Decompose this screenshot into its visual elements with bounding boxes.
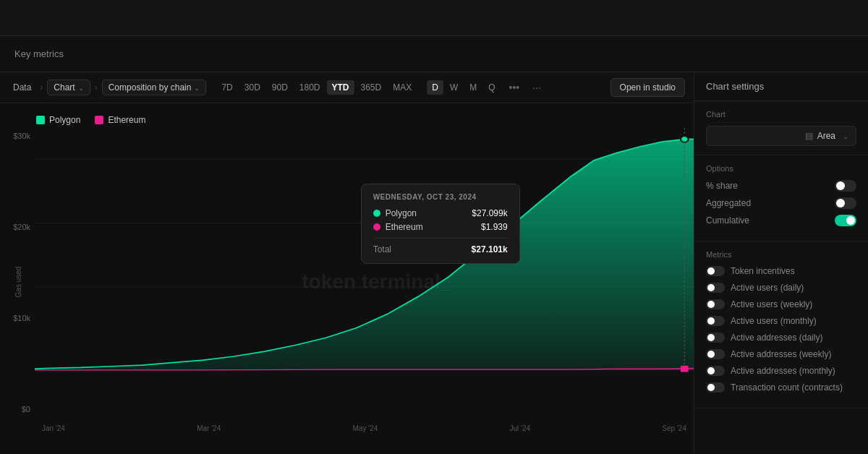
- time-range-group: 7D 30D 90D 180D YTD 365D MAX: [216, 80, 417, 95]
- chart-area: Gas used $30k $20k $10k $0: [0, 128, 694, 435]
- gran-m[interactable]: M: [464, 80, 482, 95]
- aggregated-row: Aggregated: [706, 197, 856, 209]
- active-users-monthly-label: Active users (monthly): [731, 316, 817, 326]
- more-options-button[interactable]: •••: [505, 80, 524, 95]
- active-users-weekly-knob: [707, 301, 715, 308]
- metric-active-users-monthly: Active users (monthly): [706, 316, 856, 326]
- metric-token-incentives: Token incentives: [706, 266, 856, 276]
- chart-type-dropdown[interactable]: ▤ Area ⌄: [706, 126, 856, 146]
- options-section: Options % share Aggregated Cumulative: [694, 155, 868, 241]
- chevron-icon: ⌄: [78, 84, 84, 92]
- tooltip-ethereum-label: Ethereum: [386, 222, 423, 232]
- percent-share-label: % share: [706, 181, 738, 191]
- tooltip-ethereum-chain: Ethereum: [373, 222, 423, 232]
- chart-type-icon: ▤: [805, 131, 813, 141]
- gran-d[interactable]: D: [427, 80, 443, 95]
- tooltip-divider: [373, 238, 508, 239]
- chart-tooltip: WEDNESDAY, OCT 23, 2024 Polygon $27.099k…: [361, 184, 520, 264]
- chart-legend: Polygon Ethereum: [0, 111, 694, 128]
- aggregated-knob: [836, 199, 845, 207]
- separator-2: ›: [95, 82, 98, 93]
- active-users-daily-toggle[interactable]: [706, 283, 725, 293]
- cumulative-knob: [846, 216, 855, 225]
- time-7d[interactable]: 7D: [216, 80, 237, 95]
- active-users-monthly-toggle[interactable]: [706, 316, 725, 326]
- chart-panel: Data › Chart ⌄ › Composition by chain ⌄ …: [0, 72, 694, 454]
- tooltip-ethereum-value: $1.939: [481, 222, 508, 232]
- time-90d[interactable]: 90D: [267, 80, 293, 95]
- tooltip-total-row: Total $27.101k: [373, 244, 508, 254]
- tooltip-total-value: $27.101k: [472, 244, 508, 254]
- polygon-dot: [36, 116, 45, 124]
- active-addresses-monthly-toggle[interactable]: [706, 366, 725, 376]
- composition-selector[interactable]: Composition by chain ⌄: [102, 80, 207, 95]
- tooltip-row-polygon: Polygon $27.099k: [373, 208, 508, 218]
- cumulative-label: Cumulative: [706, 215, 749, 226]
- tooltip-row-ethereum: Ethereum $1.939: [373, 222, 508, 232]
- chart-svg: [35, 128, 694, 414]
- time-max[interactable]: MAX: [388, 80, 417, 95]
- open-in-studio-button[interactable]: Open in studio: [610, 78, 685, 97]
- percent-share-knob: [836, 181, 845, 190]
- y-label-0: $0: [0, 405, 35, 414]
- x-label-jan: Jan '24: [42, 424, 65, 432]
- tooltip-date: WEDNESDAY, OCT 23, 2024: [373, 193, 508, 201]
- metric-active-addresses-monthly: Active addresses (monthly): [706, 366, 856, 376]
- time-180d[interactable]: 180D: [294, 80, 326, 95]
- active-users-daily-label: Active users (daily): [731, 283, 804, 293]
- metric-active-addresses-weekly: Active addresses (weekly): [706, 349, 856, 359]
- transaction-count-toggle[interactable]: [706, 382, 725, 393]
- active-users-monthly-knob: [707, 317, 715, 325]
- metric-active-users-daily: Active users (daily): [706, 283, 856, 293]
- tooltip-total-label: Total: [373, 244, 391, 254]
- token-incentives-toggle[interactable]: [706, 266, 725, 276]
- token-incentives-label: Token incentives: [731, 266, 795, 276]
- chart-type-selector[interactable]: Chart ⌄: [47, 80, 90, 95]
- x-axis: Jan '24 Mar '24 May '24 Jul '24 Sep '24: [35, 424, 694, 432]
- extra-options-button[interactable]: ···: [528, 80, 545, 95]
- polygon-label: Polygon: [49, 115, 80, 125]
- gran-q[interactable]: Q: [483, 80, 500, 95]
- x-label-jul: Jul '24: [509, 424, 530, 432]
- y-label-10k: $10k: [0, 314, 35, 322]
- tooltip-polygon-value: $27.099k: [472, 208, 507, 218]
- composition-label: Composition by chain: [109, 82, 192, 93]
- percent-share-toggle[interactable]: [835, 180, 856, 192]
- active-addresses-monthly-label: Active addresses (monthly): [731, 366, 835, 376]
- chart-toolbar: Data › Chart ⌄ › Composition by chain ⌄ …: [0, 72, 694, 103]
- metric-active-addresses-daily: Active addresses (daily): [706, 333, 856, 343]
- metric-active-users-weekly: Active users (weekly): [706, 299, 856, 309]
- top-bar: [0, 0, 868, 36]
- chart-type-value: Area: [817, 131, 835, 141]
- key-metrics-label: Key metrics: [14, 48, 64, 59]
- legend-polygon: Polygon: [36, 115, 80, 125]
- active-users-weekly-toggle[interactable]: [706, 299, 725, 309]
- active-addresses-daily-knob: [707, 334, 715, 341]
- cumulative-toggle[interactable]: [835, 215, 856, 226]
- x-label-mar: Mar '24: [197, 424, 221, 432]
- token-incentives-knob: [707, 267, 715, 275]
- chart-type-label: Chart: [54, 82, 75, 93]
- aggregated-label: Aggregated: [706, 198, 751, 208]
- chevron-icon-2: ⌄: [194, 84, 200, 92]
- svg-rect-6: [681, 366, 689, 372]
- gran-w[interactable]: W: [445, 80, 463, 95]
- time-365d[interactable]: 365D: [356, 80, 387, 95]
- data-breadcrumb[interactable]: Data: [9, 80, 35, 95]
- tooltip-ethereum-dot: [373, 223, 380, 231]
- chart-type-section: Chart ▤ Area ⌄: [694, 101, 868, 155]
- settings-panel: Chart settings Chart ▤ Area ⌄ Options % …: [694, 72, 868, 454]
- time-30d[interactable]: 30D: [239, 80, 265, 95]
- y-label-20k: $20k: [0, 223, 35, 231]
- tooltip-polygon-dot: [373, 210, 380, 217]
- tooltip-polygon-chain: Polygon: [373, 208, 417, 218]
- metrics-label: Metrics: [706, 250, 856, 259]
- aggregated-toggle[interactable]: [835, 197, 856, 209]
- active-addresses-daily-toggle[interactable]: [706, 333, 725, 343]
- active-users-daily-knob: [707, 284, 715, 291]
- time-ytd[interactable]: YTD: [327, 80, 354, 95]
- key-metrics-bar: Key metrics: [0, 36, 868, 72]
- transaction-count-knob: [707, 384, 715, 391]
- active-addresses-weekly-toggle[interactable]: [706, 349, 725, 359]
- active-addresses-weekly-label: Active addresses (weekly): [731, 349, 831, 359]
